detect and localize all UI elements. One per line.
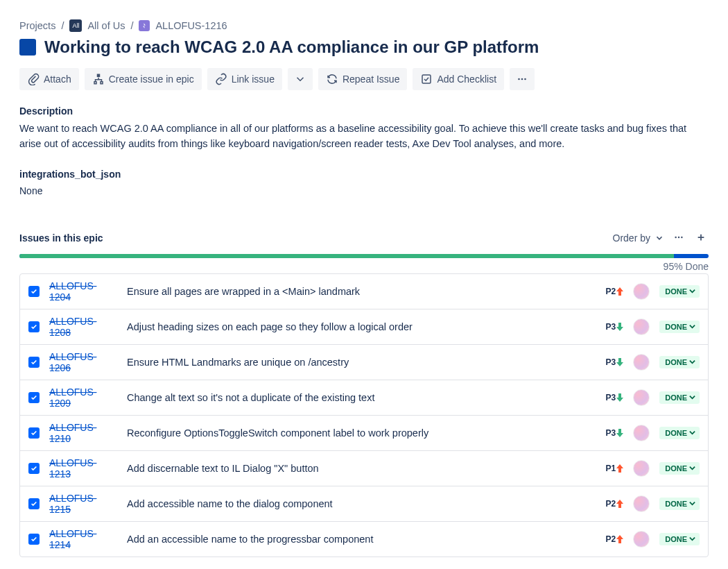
issue-priority: P3: [603, 428, 623, 438]
status-badge[interactable]: DONE: [659, 462, 700, 475]
issue-priority: P2: [603, 534, 623, 544]
repeat-issue-label: Repeat Issue: [343, 74, 400, 85]
create-issue-button[interactable]: Create issue in epic: [85, 68, 202, 90]
assignee-avatar[interactable]: [633, 425, 650, 441]
breadcrumb: Projects / All All of Us / ALLOFUS-1216: [19, 19, 709, 32]
issue-summary[interactable]: Add accessible name to the dialog compon…: [127, 498, 593, 509]
ellipsis-icon: [674, 232, 684, 242]
attach-label: Attach: [44, 74, 71, 85]
issue-priority: P2: [603, 499, 623, 509]
assignee-avatar[interactable]: [633, 389, 650, 406]
hierarchy-icon: [92, 73, 105, 85]
issue-row[interactable]: ALLOFUS-1214Add an accessible name to th…: [20, 522, 708, 557]
issue-summary[interactable]: Reconfigure OptionsToggleSwitch componen…: [127, 427, 593, 439]
issue-row[interactable]: ALLOFUS-1209Change alt text so it's not …: [20, 380, 708, 416]
svg-point-2: [521, 78, 523, 80]
status-badge[interactable]: DONE: [659, 285, 700, 298]
status-badge[interactable]: DONE: [659, 391, 700, 404]
epic-icon: [139, 20, 150, 31]
issue-key-link[interactable]: ALLOFUS-1215: [49, 493, 117, 515]
issue-summary[interactable]: Add an accessible name to the progressba…: [127, 534, 593, 545]
breadcrumb-project[interactable]: All of Us: [87, 20, 125, 31]
add-checklist-button[interactable]: Add Checklist: [413, 68, 504, 90]
breadcrumb-root[interactable]: Projects: [19, 20, 55, 31]
issue-type-task-icon: [28, 463, 40, 474]
description-text[interactable]: We want to reach WCAG 2.0 AA compliance …: [19, 121, 699, 152]
epic-progress-bar: [19, 254, 709, 258]
issue-summary[interactable]: Adjust heading sizes on each page so the…: [127, 321, 593, 332]
issue-key-link[interactable]: ALLOFUS-1204: [49, 280, 117, 303]
link-icon: [215, 73, 227, 85]
add-checklist-label: Add Checklist: [437, 74, 496, 85]
issue-row[interactable]: ALLOFUS-1204Ensure all pages are wrapped…: [20, 274, 708, 309]
issue-row[interactable]: ALLOFUS-1215Add accessible name to the d…: [20, 486, 708, 522]
refresh-icon: [326, 73, 338, 85]
issues-more-button[interactable]: [671, 230, 686, 247]
epic-color-swatch[interactable]: [19, 39, 36, 56]
assignee-avatar[interactable]: [633, 319, 650, 335]
issue-row[interactable]: ALLOFUS-1213Add discernable text to IL D…: [20, 451, 708, 486]
issue-key-link[interactable]: ALLOFUS-1213: [49, 457, 117, 479]
link-issue-dropdown[interactable]: [288, 68, 313, 90]
svg-point-4: [675, 237, 676, 238]
issue-key-link[interactable]: ALLOFUS-1210: [49, 422, 117, 444]
epic-progress-label: 95% Done: [19, 261, 709, 272]
chevron-down-icon: [294, 73, 306, 85]
svg-point-1: [518, 78, 520, 80]
link-issue-label: Link issue: [232, 74, 275, 85]
issue-row[interactable]: ALLOFUS-1208Adjust heading sizes on each…: [20, 309, 708, 345]
status-badge[interactable]: DONE: [659, 356, 700, 368]
issue-summary[interactable]: Ensure all pages are wrapped in a <Main>…: [127, 286, 593, 297]
status-badge[interactable]: DONE: [659, 427, 700, 439]
order-by-dropdown[interactable]: Order by: [613, 232, 664, 244]
svg-point-3: [524, 78, 526, 80]
attach-icon: [27, 73, 40, 85]
assignee-avatar[interactable]: [633, 354, 650, 371]
assignee-avatar[interactable]: [633, 495, 650, 512]
issue-summary[interactable]: Add discernable text to IL Dialog "X" bu…: [127, 463, 593, 474]
assignee-avatar[interactable]: [633, 283, 650, 300]
issue-priority: P2: [603, 287, 623, 296]
issue-summary[interactable]: Change alt text so it's not a duplicate …: [127, 392, 593, 403]
issue-summary[interactable]: Ensure HTML Landmarks are unique on /anc…: [127, 357, 593, 368]
page-title[interactable]: Working to reach WCAG 2.0 AA compliance …: [44, 37, 539, 57]
ellipsis-icon: [516, 73, 528, 85]
issue-row[interactable]: ALLOFUS-1206Ensure HTML Landmarks are un…: [20, 345, 708, 380]
issue-key-link[interactable]: ALLOFUS-1208: [49, 316, 117, 338]
link-issue-button[interactable]: Link issue: [207, 68, 282, 90]
description-label: Description: [19, 105, 709, 117]
issue-type-task-icon: [28, 321, 40, 332]
attach-button[interactable]: Attach: [19, 68, 79, 90]
assignee-avatar[interactable]: [633, 460, 650, 477]
chevron-down-icon: [655, 233, 664, 243]
assignee-avatar[interactable]: [633, 531, 650, 547]
toolbar: Attach Create issue in epic Link issue R…: [19, 68, 709, 90]
svg-point-5: [678, 237, 679, 238]
breadcrumb-issue-key[interactable]: ALLOFUS-1216: [155, 20, 227, 31]
custom-field-value[interactable]: None: [19, 185, 709, 196]
issue-priority: P3: [603, 393, 623, 402]
svg-point-6: [681, 237, 682, 238]
issues-section-title: Issues in this epic: [19, 232, 103, 244]
repeat-issue-button[interactable]: Repeat Issue: [318, 68, 408, 90]
svg-rect-0: [422, 75, 431, 83]
checklist-icon: [420, 73, 433, 85]
issue-row[interactable]: ALLOFUS-1210Reconfigure OptionsToggleSwi…: [20, 416, 708, 451]
issue-type-task-icon: [28, 427, 40, 439]
issue-key-link[interactable]: ALLOFUS-1214: [49, 528, 117, 550]
issue-type-task-icon: [28, 286, 40, 297]
issue-key-link[interactable]: ALLOFUS-1209: [49, 387, 117, 409]
status-badge[interactable]: DONE: [659, 498, 700, 510]
title-row: Working to reach WCAG 2.0 AA compliance …: [19, 37, 709, 57]
status-badge[interactable]: DONE: [659, 321, 700, 333]
issue-type-task-icon: [28, 498, 40, 509]
status-badge[interactable]: DONE: [659, 533, 700, 545]
issue-priority: P3: [603, 357, 623, 367]
breadcrumb-separator: /: [61, 20, 64, 31]
issue-list: ALLOFUS-1204Ensure all pages are wrapped…: [19, 273, 709, 557]
issue-key-link[interactable]: ALLOFUS-1206: [49, 351, 117, 373]
more-actions-button[interactable]: [510, 68, 535, 90]
issue-type-task-icon: [28, 392, 40, 403]
plus-icon: [696, 232, 706, 242]
add-issue-button[interactable]: [693, 230, 709, 247]
